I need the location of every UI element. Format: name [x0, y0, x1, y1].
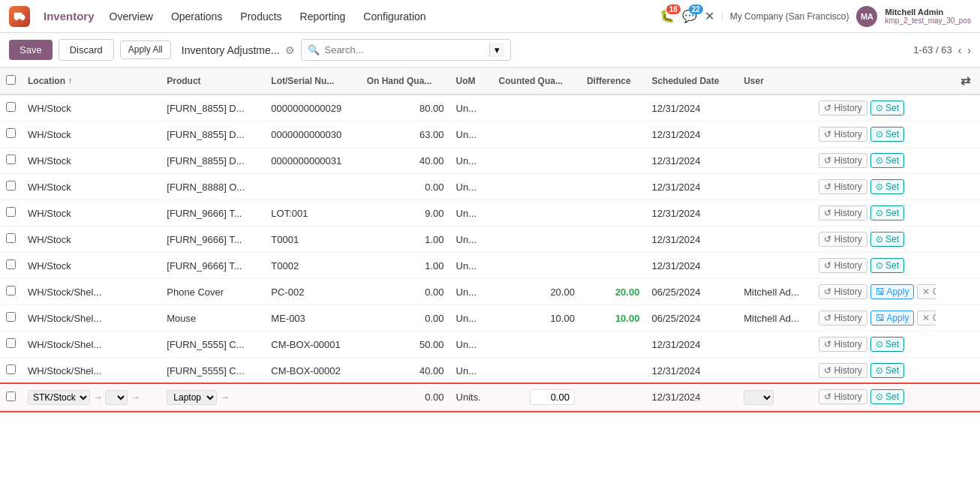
set-button[interactable]: ⊙ Set	[870, 127, 904, 142]
history-button[interactable]: ↺ History	[819, 100, 867, 116]
counted-cell	[493, 148, 581, 174]
set-button[interactable]: ⊙ Set	[870, 389, 904, 404]
clear-button[interactable]: ✕ Clear	[917, 284, 936, 299]
settings-icon[interactable]: ⚙	[285, 44, 295, 56]
on-hand-cell: 40.00	[361, 148, 450, 174]
lot-header: Lot/Serial Nu...	[265, 68, 360, 94]
prev-page-button[interactable]: ‹	[958, 44, 962, 56]
history-button[interactable]: ↺ History	[819, 127, 867, 142]
lot-cell: PC-002	[265, 279, 360, 305]
location-cell: WH/Stock	[22, 148, 161, 174]
history-button[interactable]: ↺ History	[819, 206, 867, 220]
counted-input[interactable]	[530, 389, 575, 405]
filter-icon[interactable]: ⇄	[960, 74, 970, 87]
history-button[interactable]: ↺ History	[819, 389, 867, 404]
row-checkbox[interactable]	[6, 312, 16, 322]
location-from-select[interactable]: STK/Stock	[28, 390, 90, 405]
close-icon[interactable]: ✕	[705, 9, 714, 23]
scheduled-date-cell: 12/31/2024	[645, 200, 738, 226]
nav-reporting[interactable]: Reporting	[299, 10, 347, 22]
row-checkbox-cell	[0, 279, 22, 305]
extra-cell	[954, 148, 980, 174]
row-checkbox[interactable]	[6, 338, 16, 348]
next-page-button[interactable]: ›	[967, 44, 971, 56]
chat-icon[interactable]: 💬 22	[682, 9, 697, 23]
history-button[interactable]: ↺ History	[819, 153, 867, 168]
set-button[interactable]: ⊙ Set	[870, 153, 904, 168]
actions-cell: ↺ History⊙ Set	[816, 226, 936, 252]
nav-products[interactable]: Products	[239, 10, 283, 22]
history-button[interactable]: ↺ History	[819, 337, 867, 352]
history-button[interactable]: ↺ History	[819, 258, 867, 273]
extra-cell	[954, 358, 980, 384]
product-arrow-icon: →	[217, 392, 230, 403]
row-checkbox[interactable]	[6, 364, 16, 374]
set-button[interactable]: ⊙ Set	[870, 100, 904, 116]
location-to-select[interactable]	[105, 390, 128, 405]
nav-operations[interactable]: Operations	[170, 10, 224, 22]
app-name[interactable]: Inventory	[44, 10, 95, 22]
on-hand-cell: 80.00	[361, 94, 450, 122]
row-checkbox[interactable]	[6, 207, 16, 217]
user-cell	[738, 94, 816, 122]
uom-cell: Un...	[450, 174, 493, 200]
row-checkbox[interactable]	[6, 181, 16, 190]
location-cell: WH/Stock/Shel...	[22, 332, 161, 358]
on-hand-cell: 0.00	[361, 384, 450, 411]
extra-cell	[954, 200, 980, 226]
row-checkbox[interactable]	[6, 128, 16, 138]
location-cell: WH/Stock/Shel...	[22, 279, 161, 305]
on-hand-cell: 9.00	[361, 200, 450, 226]
discard-button[interactable]: Discard	[59, 39, 114, 61]
apply-button[interactable]: 🖫 Apply	[870, 284, 915, 299]
table-row: WH/Stock/Shel...[FURN_5555] C...CM-BOX-0…	[0, 332, 980, 358]
row-checkbox[interactable]	[6, 102, 16, 112]
difference-cell	[581, 200, 645, 226]
set-button[interactable]: ⊙ Set	[870, 337, 904, 352]
search-input[interactable]	[324, 44, 485, 56]
history-button[interactable]: ↺ History	[819, 232, 867, 247]
user-select[interactable]	[744, 390, 774, 405]
set-button[interactable]: ⊙ Set	[870, 232, 904, 247]
scheduled-date-cell: 12/31/2024	[645, 253, 738, 279]
product-cell: [FURN_9666] T...	[161, 226, 265, 253]
nav-configuration[interactable]: Configuration	[362, 10, 427, 22]
search-dropdown-button[interactable]: ▾	[489, 43, 504, 57]
set-button[interactable]: ⊙ Set	[870, 258, 904, 273]
history-button[interactable]: ↺ History	[819, 310, 867, 326]
set-button[interactable]: ⊙ Set	[870, 179, 904, 194]
history-button[interactable]: ↺ History	[819, 179, 867, 194]
location-header[interactable]: Location ↑	[22, 68, 161, 94]
counted-cell: 20.00	[493, 279, 581, 305]
select-all-header	[0, 68, 22, 94]
uom-cell: Units.	[450, 384, 493, 411]
company-info: My Company (San Francisco)	[722, 11, 849, 22]
save-button[interactable]: Save	[9, 40, 53, 60]
scheduled-date-cell: 12/31/2024	[645, 358, 738, 384]
row-checkbox[interactable]	[6, 154, 16, 164]
lot-cell: T0002	[265, 253, 360, 279]
product-select[interactable]: Laptop	[167, 390, 217, 405]
lot-cell: T0001	[265, 226, 360, 253]
apply-all-button[interactable]: Apply All	[120, 40, 171, 60]
row-checkbox[interactable]	[6, 392, 16, 401]
select-all-checkbox[interactable]	[6, 75, 16, 85]
counted-cell	[493, 226, 581, 253]
history-button[interactable]: ↺ History	[819, 363, 867, 378]
row-checkbox[interactable]	[6, 260, 16, 269]
set-button[interactable]: ⊙ Set	[870, 206, 904, 220]
table-row: WH/Stock[FURN_9666] T...T00011.00Un...12…	[0, 226, 980, 253]
row-checkbox[interactable]	[6, 233, 16, 243]
apply-button[interactable]: 🖫 Apply	[870, 310, 915, 326]
history-button[interactable]: ↺ History	[819, 284, 867, 299]
nav-icons: 🐛 18 💬 22 ✕ My Company (San Francisco) M…	[660, 6, 971, 27]
bug-icon[interactable]: 🐛 18	[660, 9, 675, 23]
difference-cell	[581, 122, 645, 148]
product-cell: [FURN_9666] T...	[161, 200, 265, 226]
nav-overview[interactable]: Overview	[108, 10, 155, 22]
clear-button[interactable]: ✕ Clear	[917, 310, 936, 326]
row-checkbox[interactable]	[6, 286, 16, 296]
set-button[interactable]: ⊙ Set	[870, 363, 904, 378]
difference-cell: 10.00	[581, 305, 645, 332]
actions-cell: ↺ History🖫 Apply✕ Clear	[816, 305, 936, 331]
